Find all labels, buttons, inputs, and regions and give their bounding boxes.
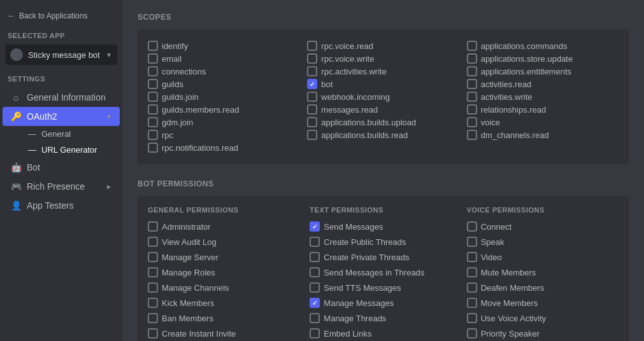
perm-checkbox-speak[interactable] <box>467 237 477 247</box>
scope-checkbox-rpc.activities.write[interactable] <box>307 66 317 76</box>
scope-checkbox-bot[interactable] <box>307 79 317 89</box>
sidebar-item-bot[interactable]: 🤖 Bot <box>3 158 120 177</box>
perm-checkbox-manage-threads[interactable] <box>310 313 320 323</box>
scope-item-applications.builds.upload: applications.builds.upload <box>307 116 459 129</box>
perm-checkbox-manage-channels[interactable] <box>148 282 158 293</box>
perm-checkbox-administrator[interactable] <box>148 221 158 232</box>
sidebar-item-rich-presence[interactable]: 🎮 Rich Presence ► <box>3 177 120 196</box>
perm-item-priority-speaker: Priority Speaker <box>467 326 613 341</box>
perm-item-deafen-members: Deafen Members <box>467 280 613 295</box>
scope-checkbox-voice[interactable] <box>467 117 477 127</box>
perm-checkbox-send-tts-messages[interactable] <box>310 282 320 293</box>
scope-checkbox-applications.builds.upload[interactable] <box>307 117 317 127</box>
perm-checkbox-send-messages[interactable] <box>310 221 320 232</box>
scope-item-webhook.incoming: webhook.incoming <box>307 90 459 103</box>
voice-permissions-title: Voice Permissions <box>467 206 613 214</box>
sidebar-sub-item-label: URL Generator <box>41 145 97 155</box>
scope-checkbox-applications.commands[interactable] <box>467 41 477 51</box>
perm-item-manage-threads: Manage Threads <box>310 310 456 326</box>
perm-label-use-voice-activity: Use Voice Activity <box>481 314 547 323</box>
perm-label-view-audit-log: View Audit Log <box>162 237 217 247</box>
perm-item-ban-members: Ban Members <box>148 310 299 326</box>
scope-checkbox-rpc[interactable] <box>148 130 158 140</box>
perm-label-manage-roles: Manage Roles <box>162 268 215 277</box>
scope-checkbox-guilds[interactable] <box>148 79 158 89</box>
sidebar-sub-item-general[interactable]: — General <box>20 126 120 142</box>
scope-checkbox-activities.read[interactable] <box>467 79 477 89</box>
scope-checkbox-rpc.voice.read[interactable] <box>307 41 317 51</box>
scope-label-voice: voice <box>481 118 500 127</box>
sidebar-item-app-testers[interactable]: 👤 App Testers <box>3 196 120 215</box>
scope-item-applications.commands: applications.commands <box>467 39 619 52</box>
sidebar-item-oauth2[interactable]: 🔑 OAuth2 ▼ <box>3 107 120 126</box>
scope-checkbox-rpc.notifications.read[interactable] <box>148 143 158 153</box>
chevron-right-icon: ► <box>106 183 112 190</box>
app-selector[interactable]: Sticky message bot ▼ <box>5 45 117 65</box>
perm-label-mute-members: Mute Members <box>481 268 536 277</box>
scope-checkbox-messages.read[interactable] <box>307 104 317 115</box>
perm-item-create-instant-invite: Create Instant Invite <box>148 326 299 341</box>
perm-label-send-messages-in-threads: Send Messages in Threads <box>324 268 424 277</box>
scope-item-gdm.join: gdm.join <box>148 116 299 129</box>
chevron-down-icon: ▼ <box>106 113 112 120</box>
perm-checkbox-mute-members[interactable] <box>467 267 477 277</box>
scope-item-applications.builds.read: applications.builds.read <box>307 129 459 141</box>
chevron-down-icon: ▼ <box>106 52 112 59</box>
perm-item-create-public-threads: Create Public Threads <box>310 234 456 249</box>
perm-checkbox-ban-members[interactable] <box>148 313 158 323</box>
perm-label-send-messages: Send Messages <box>324 222 383 232</box>
perm-item-connect: Connect <box>467 219 613 234</box>
perm-checkbox-manage-roles[interactable] <box>148 267 158 277</box>
scope-checkbox-connections[interactable] <box>148 66 158 76</box>
perm-label-embed-links: Embed Links <box>324 329 371 338</box>
scope-checkbox-webhook.incoming[interactable] <box>307 92 317 102</box>
perm-checkbox-use-voice-activity[interactable] <box>467 313 477 323</box>
scope-checkbox-applications.store.update[interactable] <box>467 53 477 64</box>
sidebar-item-general-information[interactable]: ⌂ General Information <box>3 88 120 107</box>
perm-label-send-tts-messages: Send TTS Messages <box>324 283 401 293</box>
perm-item-manage-server: Manage Server <box>148 249 299 265</box>
selected-app-label: Selected App <box>0 29 122 42</box>
scope-checkbox-applications.entitlements[interactable] <box>467 66 477 76</box>
settings-section-label: Settings <box>0 73 122 85</box>
perm-item-video: Video <box>467 249 613 265</box>
perm-checkbox-kick-members[interactable] <box>148 298 158 308</box>
scope-checkbox-relationships.read[interactable] <box>467 104 477 115</box>
scopes-section-title: Scopes <box>138 13 629 22</box>
perm-label-kick-members: Kick Members <box>162 298 214 308</box>
scope-checkbox-applications.builds.read[interactable] <box>307 130 317 140</box>
scope-checkbox-dm_channels.read[interactable] <box>467 130 477 140</box>
perm-checkbox-embed-links[interactable] <box>310 328 320 338</box>
perm-checkbox-send-messages-in-threads[interactable] <box>310 267 320 277</box>
perm-checkbox-view-audit-log[interactable] <box>148 237 158 247</box>
general-permissions-column: General Permissions AdministratorView Au… <box>148 206 304 341</box>
scope-checkbox-guilds.members.read[interactable] <box>148 104 158 115</box>
perm-label-create-instant-invite: Create Instant Invite <box>162 329 236 338</box>
sidebar-item-label: OAuth2 <box>27 111 57 122</box>
main-content: Scopes identifyemailconnectionsguildsgui… <box>122 0 644 341</box>
scope-checkbox-email[interactable] <box>148 53 158 64</box>
scope-checkbox-guilds.join[interactable] <box>148 92 158 102</box>
scope-label-guilds.join: guilds.join <box>162 92 199 102</box>
perm-checkbox-deafen-members[interactable] <box>467 282 477 293</box>
sub-item-dash-icon: — <box>28 129 36 139</box>
back-to-applications-link[interactable]: ← Back to Applications <box>0 8 122 24</box>
scope-label-rpc.activities.write: rpc.activities.write <box>321 67 387 76</box>
perm-checkbox-video[interactable] <box>467 252 477 262</box>
voice-permissions-column: Voice Permissions ConnectSpeakVideoMute … <box>462 206 619 341</box>
scope-item-activities.write: activities.write <box>467 90 619 103</box>
scope-checkbox-gdm.join[interactable] <box>148 117 158 127</box>
perm-checkbox-connect[interactable] <box>467 221 477 232</box>
perm-checkbox-create-instant-invite[interactable] <box>148 328 158 338</box>
perm-checkbox-create-private-threads[interactable] <box>310 252 320 262</box>
perm-checkbox-manage-messages[interactable] <box>310 298 320 308</box>
robot-icon: 🤖 <box>10 162 22 173</box>
perm-checkbox-create-public-threads[interactable] <box>310 237 320 247</box>
scope-checkbox-activities.write[interactable] <box>467 92 477 102</box>
sidebar-sub-item-url-generator[interactable]: — URL Generator <box>20 142 120 158</box>
perm-checkbox-move-members[interactable] <box>467 298 477 308</box>
scope-checkbox-identify[interactable] <box>148 41 158 51</box>
perm-checkbox-priority-speaker[interactable] <box>467 328 477 338</box>
scope-checkbox-rpc.voice.write[interactable] <box>307 53 317 64</box>
perm-checkbox-manage-server[interactable] <box>148 252 158 262</box>
